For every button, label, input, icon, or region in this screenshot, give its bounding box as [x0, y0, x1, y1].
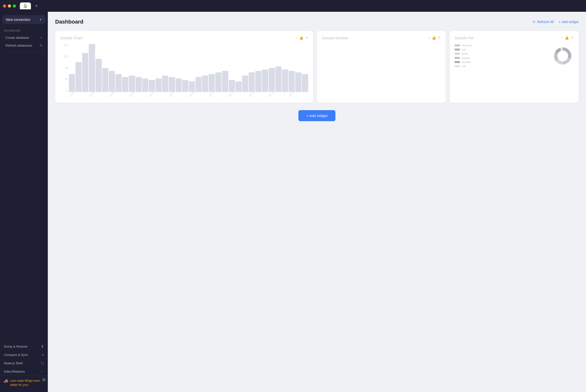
- pie-widget-header: Sample Pie ≡ 🔔 ⚙: [455, 36, 574, 40]
- sidebar-item-compare-sync[interactable]: Compare & Sync ≠: [0, 350, 48, 359]
- promo-banner: 📣 Lets make Mingo even better for you! ×: [0, 376, 48, 390]
- pie-legend-color: [455, 57, 460, 59]
- chart-bar: [275, 66, 281, 92]
- create-database-label: Create database: [5, 36, 29, 40]
- pie-widget-icons: ≡ 🔔 ⚙: [561, 36, 574, 40]
- y-label-120: 120: [60, 55, 68, 58]
- add-widget-header-button[interactable]: + Add widget: [559, 20, 579, 24]
- pie-legend-item: call: [455, 48, 549, 51]
- chart-bar: [235, 82, 241, 92]
- number-widget-title: Sample Number: [322, 36, 348, 40]
- chart-x-label: 2021-08: [288, 92, 295, 97]
- connection-selector[interactable]: New connection ▼: [2, 15, 45, 24]
- pie-legend-item: newRes: [455, 60, 549, 64]
- chart-bar: [102, 68, 108, 92]
- add-widget-header-label: Add widget: [562, 20, 579, 24]
- pie-legend-item: questio: [455, 56, 549, 59]
- traffic-light-green[interactable]: [13, 4, 16, 8]
- chart-x-label: 2019-08: [129, 92, 135, 97]
- sample-pie-widget: Sample Pie ≡ 🔔 ⚙ reservatcallemailquesti…: [450, 31, 579, 103]
- sidebar-item-create-database[interactable]: Create database +: [1, 34, 46, 41]
- y-label-40: 40: [60, 78, 68, 81]
- pie-legend-color: [455, 53, 460, 55]
- pie-legend-label: null: [462, 65, 466, 68]
- new-tab-button[interactable]: +: [33, 2, 40, 9]
- add-widget-center-button[interactable]: + Add widget: [298, 110, 335, 121]
- chart-bar: [182, 80, 188, 92]
- chart-widget-icons: ≡ 🔔 ⚙: [295, 36, 308, 40]
- pie-legend-color: [455, 65, 460, 67]
- pie-refresh-icon[interactable]: 🔔: [565, 36, 569, 40]
- refresh-all-button[interactable]: ↻ Refresh All: [533, 20, 554, 24]
- chart-bar: [195, 77, 202, 92]
- compare-sync-label: Compare & Sync: [4, 353, 28, 357]
- sidebar-item-nodejs-shell[interactable]: Node.js Shell ⬡: [0, 359, 48, 367]
- refresh-databases-label: Refresh databases: [5, 44, 32, 47]
- y-label-0: 0: [60, 89, 68, 92]
- add-widget-center: + Add widget: [55, 110, 579, 121]
- pie-legend-label: reservat: [462, 44, 471, 47]
- promo-text: Lets make Mingo even better for you!: [10, 379, 44, 387]
- compare-icon: ≠: [42, 353, 44, 357]
- number-widget-header: Sample Number ≡ 🔔 ⚙: [322, 36, 441, 40]
- chart-widget-title: Sample Chart: [60, 36, 83, 40]
- home-tab[interactable]: 🏠: [20, 2, 31, 9]
- refresh-icon: ↻: [39, 44, 42, 47]
- chart-x-label: 2019-02: [89, 92, 95, 97]
- home-icon: 🏠: [23, 4, 27, 8]
- dropdown-arrow-icon: ▼: [39, 18, 42, 21]
- pie-widget-title: Sample Pie: [455, 36, 474, 40]
- titlebar: 🏠 +: [0, 0, 586, 12]
- y-label-160: 160: [60, 44, 68, 46]
- chart-bar: [82, 53, 88, 92]
- pie-legend-item: reservat: [455, 44, 549, 47]
- sidebar-bottom: Dump & Restore ⬇ Compare & Sync ≠ Node.j…: [0, 342, 48, 392]
- add-icon: +: [40, 36, 42, 40]
- chart-bar: [209, 74, 215, 92]
- chart-bar: [96, 59, 102, 92]
- chart-x-label: 2020-05: [189, 92, 195, 97]
- sidebar-divider: [2, 52, 45, 52]
- page-title: Dashboard: [55, 19, 83, 25]
- chart-menu-icon[interactable]: ≡: [295, 36, 297, 40]
- y-label-80: 80: [60, 67, 68, 70]
- chart-bar: [302, 74, 308, 92]
- pie-settings-icon[interactable]: ⚙: [571, 36, 574, 40]
- pie-legend-item: email: [455, 52, 549, 55]
- sidebar: New connection ▼ DATABASES Create databa…: [0, 12, 48, 392]
- chart-settings-icon[interactable]: ⚙: [305, 36, 308, 40]
- chart-x-label: 2020-02: [168, 92, 175, 97]
- chart-bars: [69, 44, 308, 92]
- pie-legend-color: [455, 61, 460, 63]
- number-menu-icon[interactable]: ≡: [428, 36, 430, 40]
- databases-section-label: DATABASES: [0, 28, 48, 34]
- traffic-light-red[interactable]: [3, 4, 6, 8]
- pie-menu-icon[interactable]: ≡: [561, 36, 563, 40]
- chart-bar: [149, 80, 155, 92]
- app-body: New connection ▼ DATABASES Create databa…: [0, 12, 586, 392]
- promo-close-button[interactable]: ×: [42, 378, 46, 382]
- chart-refresh-icon[interactable]: 🔔: [299, 36, 303, 40]
- chart-bar: [89, 44, 95, 92]
- pie-legend-item: null: [455, 65, 549, 68]
- sidebar-item-refresh-databases[interactable]: Refresh databases ↻: [1, 42, 46, 49]
- sample-chart-widget: Sample Chart ≡ 🔔 ⚙ 160 120 80 40 0: [55, 31, 313, 103]
- chart-x-label: 2020-08: [208, 92, 215, 97]
- number-settings-icon[interactable]: ⚙: [438, 36, 441, 40]
- download-icon: ⬇: [41, 344, 44, 348]
- chart-bar: [295, 72, 301, 92]
- chart-bar: [176, 78, 182, 92]
- sample-number-widget: Sample Number ≡ 🔔 ⚙: [317, 31, 446, 103]
- chart-x-label: 2021-02: [248, 92, 255, 97]
- sidebar-item-data-relations[interactable]: Data Relations ⋯: [0, 367, 48, 376]
- chart-bar: [162, 76, 168, 92]
- traffic-light-yellow[interactable]: [8, 4, 11, 8]
- pie-legend-color: [455, 48, 460, 50]
- relations-icon: ⋯: [40, 370, 44, 373]
- chart-x-label: 2020-11: [228, 92, 235, 97]
- number-refresh-icon[interactable]: 🔔: [432, 36, 436, 40]
- chart-widget-header: Sample Chart ≡ 🔔 ⚙: [60, 36, 308, 40]
- chart-bar: [142, 78, 148, 92]
- sidebar-item-dump-restore[interactable]: Dump & Restore ⬇: [0, 342, 48, 350]
- chart-bar: [155, 78, 162, 92]
